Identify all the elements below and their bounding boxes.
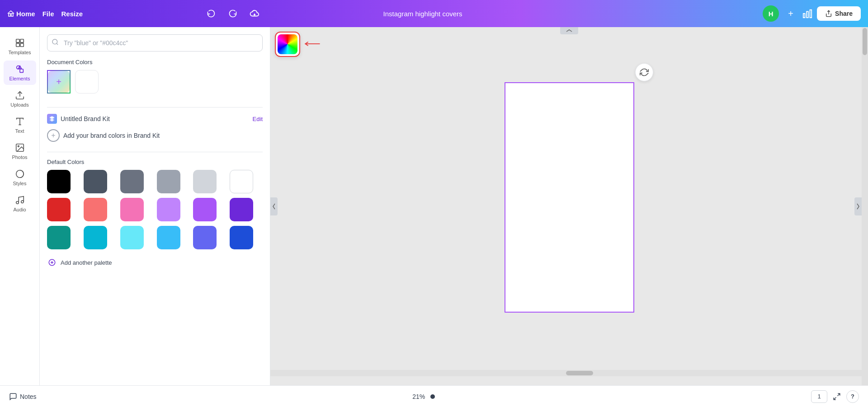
color-white[interactable] (230, 170, 253, 193)
document-color-white[interactable] (75, 70, 99, 94)
svg-rect-7 (16, 43, 19, 47)
add-color-button[interactable]: + (47, 70, 71, 94)
zoom-level: 21% (412, 393, 425, 400)
add-brand-label: Add your brand colors in Brand Kit (63, 132, 160, 139)
page-number-button[interactable]: 1 (811, 390, 827, 403)
color-cyan[interactable] (84, 226, 107, 249)
svg-rect-0 (9, 14, 10, 16)
svg-line-20 (57, 43, 58, 45)
svg-point-19 (52, 39, 57, 44)
color-lighter-gray[interactable] (193, 170, 217, 193)
svg-rect-3 (807, 11, 808, 18)
color-light-gray[interactable] (157, 170, 180, 193)
color-light-cyan[interactable] (120, 226, 144, 249)
color-sky[interactable] (157, 226, 180, 249)
color-picker-button[interactable] (275, 32, 300, 57)
redo-button[interactable] (225, 5, 241, 22)
edit-brand-kit-button[interactable]: Edit (253, 116, 263, 122)
bottom-right: 1 ? (811, 390, 859, 403)
scroll-corner (862, 376, 868, 385)
brand-kit-icon (47, 114, 57, 124)
sidebar-item-audio[interactable]: Audio (4, 192, 36, 216)
color-light-red[interactable] (84, 198, 107, 221)
svg-line-23 (838, 393, 840, 396)
svg-rect-4 (810, 10, 812, 18)
color-gradient-swatch (278, 34, 297, 54)
color-dark-blue[interactable] (230, 226, 253, 249)
resize-button[interactable]: Resize (61, 10, 83, 18)
design-canvas (505, 82, 634, 313)
svg-rect-1 (11, 14, 13, 16)
svg-point-18 (21, 201, 24, 203)
default-colors-title: Default Colors (47, 159, 263, 165)
collapse-right-button[interactable] (854, 197, 862, 215)
color-dark-gray[interactable] (84, 170, 107, 193)
color-panel: Document Colors + Untitled Brand Kit Edi… (40, 27, 270, 385)
svg-line-24 (834, 397, 836, 399)
add-brand-plus-icon: + (47, 129, 60, 142)
canvas-area (270, 27, 868, 385)
arrow-indicator (304, 39, 321, 50)
collapse-top-button[interactable] (560, 27, 578, 34)
file-button[interactable]: File (42, 10, 54, 18)
sidebar-item-styles[interactable]: Styles (4, 165, 36, 190)
color-search-wrapper (47, 34, 263, 51)
color-search-input[interactable] (47, 34, 263, 51)
canvas-scrollbar-vertical[interactable] (862, 27, 868, 376)
search-icon (52, 38, 59, 47)
notes-button[interactable]: Notes (9, 393, 37, 401)
sidebar-item-elements[interactable]: Elements (4, 61, 36, 85)
stats-button[interactable] (802, 9, 812, 19)
divider-1 (47, 107, 263, 108)
undo-button[interactable] (203, 5, 219, 22)
scroll-thumb-v[interactable] (863, 28, 867, 55)
default-colors-row3 (47, 226, 263, 249)
color-dark-purple[interactable] (230, 198, 253, 221)
help-button[interactable]: ? (846, 390, 859, 403)
color-purple[interactable] (193, 198, 217, 221)
add-brand-colors-button[interactable]: + Add your brand colors in Brand Kit (47, 129, 263, 142)
svg-rect-2 (803, 14, 805, 18)
home-button[interactable]: Home (7, 10, 35, 18)
color-black[interactable] (47, 170, 71, 193)
add-collaborator-button[interactable]: + (783, 6, 798, 21)
rotate-button[interactable] (635, 63, 653, 81)
bottom-bar: Notes 21% 1 ? (0, 385, 868, 407)
color-teal[interactable] (47, 226, 71, 249)
color-indigo[interactable] (193, 226, 217, 249)
default-colors-row2 (47, 198, 263, 221)
user-avatar[interactable]: H (763, 5, 779, 22)
sidebar-item-photos[interactable]: Photos (4, 139, 36, 164)
brand-kit-row: Untitled Brand Kit Edit (47, 114, 263, 124)
add-palette-button[interactable]: Add another palette (47, 257, 263, 267)
color-medium-gray[interactable] (120, 170, 144, 193)
svg-rect-10 (20, 69, 23, 72)
topbar-center (88, 5, 377, 22)
svg-point-17 (16, 201, 19, 204)
divider-2 (47, 152, 263, 152)
topbar-left: Home File Resize (7, 10, 83, 18)
scroll-thumb-h[interactable] (566, 371, 593, 375)
share-button[interactable]: Share (817, 6, 861, 21)
color-pink[interactable] (120, 198, 144, 221)
document-title: Instagram highlight covers (383, 10, 462, 18)
sidebar-item-uploads[interactable]: Uploads (4, 87, 36, 111)
notes-label: Notes (20, 393, 37, 400)
svg-rect-8 (20, 43, 23, 47)
color-light-purple[interactable] (157, 198, 180, 221)
main-layout: Templates Elements Uploads Text (0, 27, 868, 385)
add-palette-label: Add another palette (61, 259, 112, 266)
default-colors-row1 (47, 170, 263, 193)
cloud-save-button[interactable] (246, 5, 263, 22)
sidebar: Templates Elements Uploads Text (0, 27, 40, 385)
color-red[interactable] (47, 198, 71, 221)
svg-point-15 (18, 145, 19, 147)
fullscreen-button[interactable] (833, 393, 841, 401)
sidebar-item-text[interactable]: Text (4, 113, 36, 137)
canvas-scrollbar-horizontal[interactable] (270, 370, 862, 376)
sidebar-item-templates[interactable]: Templates (4, 34, 36, 59)
brand-kit-title: Untitled Brand Kit (61, 115, 249, 122)
collapse-left-button[interactable] (270, 197, 278, 215)
topbar-right: H + Share (763, 5, 861, 22)
svg-rect-5 (16, 39, 19, 42)
